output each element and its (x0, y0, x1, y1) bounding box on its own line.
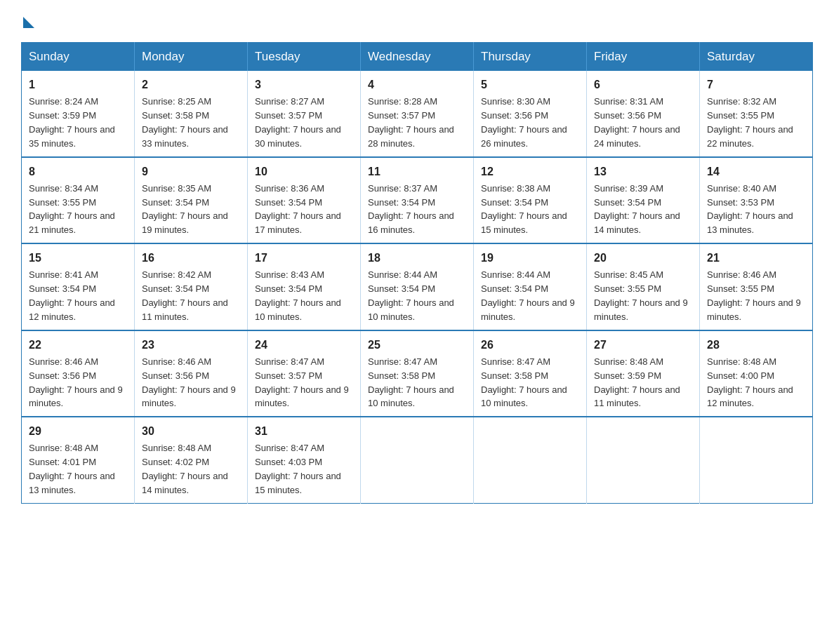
calendar-day-cell: 31Sunrise: 8:47 AMSunset: 4:03 PMDayligh… (248, 417, 361, 503)
day-info: Sunrise: 8:46 AMSunset: 3:55 PMDaylight:… (707, 269, 801, 322)
day-info: Sunrise: 8:47 AMSunset: 4:03 PMDaylight:… (255, 443, 341, 495)
calendar-day-cell: 22Sunrise: 8:46 AMSunset: 3:56 PMDayligh… (22, 330, 135, 417)
calendar-day-cell: 5Sunrise: 8:30 AMSunset: 3:56 PMDaylight… (474, 71, 587, 157)
calendar-day-cell: 28Sunrise: 8:48 AMSunset: 4:00 PMDayligh… (700, 330, 813, 417)
day-info: Sunrise: 8:48 AMSunset: 4:01 PMDaylight:… (29, 443, 115, 495)
day-number: 31 (255, 423, 353, 439)
calendar-day-cell: 21Sunrise: 8:46 AMSunset: 3:55 PMDayligh… (700, 243, 813, 330)
day-number: 15 (29, 250, 127, 266)
calendar-header-row: SundayMondayTuesdayWednesdayThursdayFrid… (22, 43, 813, 72)
calendar-day-cell: 25Sunrise: 8:47 AMSunset: 3:58 PMDayligh… (361, 330, 474, 417)
day-info: Sunrise: 8:35 AMSunset: 3:54 PMDaylight:… (142, 183, 228, 236)
calendar-day-cell: 1Sunrise: 8:24 AMSunset: 3:59 PMDaylight… (22, 71, 135, 157)
calendar-day-cell: 14Sunrise: 8:40 AMSunset: 3:53 PMDayligh… (700, 157, 813, 244)
day-info: Sunrise: 8:48 AMSunset: 4:00 PMDaylight:… (707, 356, 793, 409)
calendar-day-cell: 11Sunrise: 8:37 AMSunset: 3:54 PMDayligh… (361, 157, 474, 244)
day-info: Sunrise: 8:44 AMSunset: 3:54 PMDaylight:… (368, 269, 454, 322)
day-number: 14 (707, 163, 805, 180)
day-info: Sunrise: 8:27 AMSunset: 3:57 PMDaylight:… (255, 96, 341, 149)
day-info: Sunrise: 8:25 AMSunset: 3:58 PMDaylight:… (142, 96, 228, 149)
day-info: Sunrise: 8:46 AMSunset: 3:56 PMDaylight:… (142, 356, 236, 409)
page-header (21, 14, 813, 28)
calendar-header-thursday: Thursday (474, 43, 587, 72)
calendar-day-cell: 18Sunrise: 8:44 AMSunset: 3:54 PMDayligh… (361, 243, 474, 330)
calendar-header-wednesday: Wednesday (361, 43, 474, 72)
calendar-week-row: 8Sunrise: 8:34 AMSunset: 3:55 PMDaylight… (22, 157, 813, 244)
calendar-day-cell: 26Sunrise: 8:47 AMSunset: 3:58 PMDayligh… (474, 330, 587, 417)
day-number: 18 (368, 250, 466, 266)
day-number: 1 (29, 76, 127, 93)
day-number: 9 (142, 163, 240, 180)
calendar-header-sunday: Sunday (22, 43, 135, 72)
day-number: 25 (368, 337, 466, 353)
calendar-day-cell: 13Sunrise: 8:39 AMSunset: 3:54 PMDayligh… (587, 157, 700, 244)
day-info: Sunrise: 8:24 AMSunset: 3:59 PMDaylight:… (29, 96, 115, 149)
calendar-day-cell (474, 417, 587, 503)
calendar-header-monday: Monday (135, 43, 248, 72)
calendar-day-cell (361, 417, 474, 503)
calendar-week-row: 22Sunrise: 8:46 AMSunset: 3:56 PMDayligh… (22, 330, 813, 417)
calendar-table: SundayMondayTuesdayWednesdayThursdayFrid… (21, 42, 813, 504)
day-number: 16 (142, 250, 240, 266)
day-number: 19 (481, 250, 579, 266)
calendar-day-cell: 27Sunrise: 8:48 AMSunset: 3:59 PMDayligh… (587, 330, 700, 417)
day-number: 3 (255, 76, 353, 93)
day-info: Sunrise: 8:41 AMSunset: 3:54 PMDaylight:… (29, 269, 115, 322)
day-number: 5 (481, 76, 579, 93)
day-number: 2 (142, 76, 240, 93)
day-number: 26 (481, 337, 579, 353)
day-info: Sunrise: 8:45 AMSunset: 3:55 PMDaylight:… (594, 269, 688, 322)
day-info: Sunrise: 8:48 AMSunset: 3:59 PMDaylight:… (594, 356, 680, 409)
calendar-day-cell: 17Sunrise: 8:43 AMSunset: 3:54 PMDayligh… (248, 243, 361, 330)
calendar-header-tuesday: Tuesday (248, 43, 361, 72)
calendar-day-cell: 12Sunrise: 8:38 AMSunset: 3:54 PMDayligh… (474, 157, 587, 244)
day-info: Sunrise: 8:38 AMSunset: 3:54 PMDaylight:… (481, 183, 567, 236)
day-number: 8 (29, 163, 127, 180)
calendar-week-row: 29Sunrise: 8:48 AMSunset: 4:01 PMDayligh… (22, 417, 813, 503)
day-info: Sunrise: 8:44 AMSunset: 3:54 PMDaylight:… (481, 269, 575, 322)
calendar-week-row: 1Sunrise: 8:24 AMSunset: 3:59 PMDaylight… (22, 71, 813, 157)
day-info: Sunrise: 8:43 AMSunset: 3:54 PMDaylight:… (255, 269, 341, 322)
day-number: 4 (368, 76, 466, 93)
day-number: 17 (255, 250, 353, 266)
day-info: Sunrise: 8:46 AMSunset: 3:56 PMDaylight:… (29, 356, 123, 409)
day-info: Sunrise: 8:34 AMSunset: 3:55 PMDaylight:… (29, 183, 115, 236)
day-number: 11 (368, 163, 466, 180)
day-info: Sunrise: 8:47 AMSunset: 3:58 PMDaylight:… (481, 356, 567, 409)
day-info: Sunrise: 8:48 AMSunset: 4:02 PMDaylight:… (142, 443, 228, 495)
calendar-day-cell: 9Sunrise: 8:35 AMSunset: 3:54 PMDaylight… (135, 157, 248, 244)
calendar-day-cell: 20Sunrise: 8:45 AMSunset: 3:55 PMDayligh… (587, 243, 700, 330)
calendar-day-cell (700, 417, 813, 503)
logo-arrow-icon (23, 17, 34, 28)
logo (21, 14, 34, 28)
day-number: 20 (594, 250, 692, 266)
day-info: Sunrise: 8:36 AMSunset: 3:54 PMDaylight:… (255, 183, 341, 236)
calendar-day-cell: 15Sunrise: 8:41 AMSunset: 3:54 PMDayligh… (22, 243, 135, 330)
day-info: Sunrise: 8:40 AMSunset: 3:53 PMDaylight:… (707, 183, 793, 236)
day-number: 21 (707, 250, 805, 266)
day-number: 7 (707, 76, 805, 93)
calendar-day-cell: 6Sunrise: 8:31 AMSunset: 3:56 PMDaylight… (587, 71, 700, 157)
calendar-day-cell: 4Sunrise: 8:28 AMSunset: 3:57 PMDaylight… (361, 71, 474, 157)
day-info: Sunrise: 8:47 AMSunset: 3:58 PMDaylight:… (368, 356, 454, 409)
calendar-day-cell: 7Sunrise: 8:32 AMSunset: 3:55 PMDaylight… (700, 71, 813, 157)
day-info: Sunrise: 8:42 AMSunset: 3:54 PMDaylight:… (142, 269, 228, 322)
day-number: 22 (29, 337, 127, 353)
day-number: 28 (707, 337, 805, 353)
calendar-day-cell: 3Sunrise: 8:27 AMSunset: 3:57 PMDaylight… (248, 71, 361, 157)
calendar-day-cell: 10Sunrise: 8:36 AMSunset: 3:54 PMDayligh… (248, 157, 361, 244)
day-number: 13 (594, 163, 692, 180)
day-info: Sunrise: 8:39 AMSunset: 3:54 PMDaylight:… (594, 183, 680, 236)
day-number: 30 (142, 423, 240, 439)
day-number: 27 (594, 337, 692, 353)
calendar-header-saturday: Saturday (700, 43, 813, 72)
day-info: Sunrise: 8:32 AMSunset: 3:55 PMDaylight:… (707, 96, 793, 149)
calendar-day-cell: 29Sunrise: 8:48 AMSunset: 4:01 PMDayligh… (22, 417, 135, 503)
day-info: Sunrise: 8:37 AMSunset: 3:54 PMDaylight:… (368, 183, 454, 236)
calendar-day-cell: 23Sunrise: 8:46 AMSunset: 3:56 PMDayligh… (135, 330, 248, 417)
day-info: Sunrise: 8:30 AMSunset: 3:56 PMDaylight:… (481, 96, 567, 149)
day-info: Sunrise: 8:28 AMSunset: 3:57 PMDaylight:… (368, 96, 454, 149)
day-number: 6 (594, 76, 692, 93)
calendar-day-cell: 19Sunrise: 8:44 AMSunset: 3:54 PMDayligh… (474, 243, 587, 330)
day-number: 12 (481, 163, 579, 180)
